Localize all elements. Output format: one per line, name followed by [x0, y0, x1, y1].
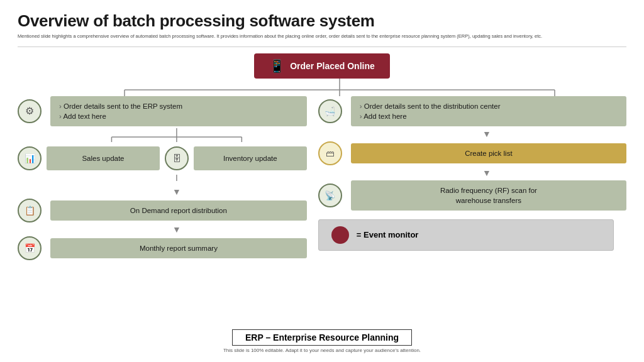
ondemand-box: On Demand report distribution: [50, 200, 307, 221]
sales-icon: 📊: [18, 146, 42, 170]
bottom-note: This slide is 100% editable. Adapt it to…: [223, 348, 421, 353]
branch-svg: [18, 79, 626, 96]
dist-bullet2: Add text here: [360, 111, 618, 121]
inventory-icon: 🗄: [165, 146, 189, 170]
rfscan-icon: 📡: [318, 184, 342, 207]
down-arrow-1: ▼: [47, 187, 307, 196]
ondemand-label: On Demand report distribution: [130, 207, 227, 214]
erp-box: Order details sent to the ERP system Add…: [50, 96, 307, 126]
erp-step: ⚙ Order details sent to the ERP system A…: [18, 96, 307, 126]
dist-box: Order details sent to the distribution c…: [351, 96, 626, 126]
ondemand-step: 📋 On Demand report distribution: [18, 199, 307, 222]
right-column: 🛁 Order details sent to the distribution…: [313, 96, 626, 251]
order-icon: 📱: [269, 58, 285, 74]
arrow-down-svg1: [47, 175, 307, 185]
left-column: ⚙ Order details sent to the ERP system A…: [18, 96, 307, 260]
erp-bullet1: Order details sent to the ERP system: [59, 101, 298, 111]
sales-label: Sales update: [82, 155, 124, 162]
down-arrow-r2: ▼: [347, 168, 626, 177]
rfscan-step: 📡 Radio frequency (RF) scan for warehous…: [318, 180, 626, 211]
down-arrow-2: ▼: [47, 225, 307, 234]
erp-icon: ⚙: [18, 99, 42, 123]
picklist-step: 🗃 Create pick list: [318, 141, 626, 165]
rfscan-box: Radio frequency (RF) scan for warehouse …: [351, 180, 626, 211]
picklist-icon: 🗃: [318, 141, 342, 165]
monthly-label: Monthly report summary: [140, 244, 218, 252]
bottom-section: ERP – Enterprise Resource Planning This …: [18, 329, 626, 353]
event-monitor-label: = Event monitor: [357, 230, 419, 239]
monthly-step: 📅 Monthly report summary: [18, 236, 307, 260]
dist-icon: 🛁: [318, 99, 342, 123]
split-row: 📊 Sales update 🗄 Inventory update: [18, 146, 307, 170]
dist-step: 🛁 Order details sent to the distribution…: [318, 96, 626, 126]
divider: [18, 47, 626, 47]
erp-bullet2: Add text here: [59, 111, 298, 121]
order-placed-label: Order Placed Online: [290, 61, 375, 71]
erp-label: ERP – Enterprise Resource Planning: [232, 329, 412, 346]
event-dot: [331, 226, 349, 244]
dist-bullet1: Order details sent to the distribution c…: [360, 101, 618, 111]
page-title: Overview of batch processing software sy…: [18, 11, 626, 31]
monthly-box: Monthly report summary: [50, 238, 307, 258]
split-connector-svg: [47, 128, 307, 142]
inventory-box: Inventory update: [194, 146, 307, 170]
ondemand-icon: 📋: [18, 199, 42, 222]
down-arrow-r1: ▼: [347, 129, 626, 138]
picklist-box: Create pick list: [351, 143, 626, 163]
page-subtitle: Mentioned slide highlights a comprehensi…: [18, 33, 621, 40]
slide: Overview of batch processing software sy…: [0, 0, 644, 362]
event-monitor-box: = Event monitor: [318, 219, 614, 251]
order-placed-box: 📱 Order Placed Online: [254, 53, 390, 79]
monthly-icon: 📅: [18, 236, 42, 260]
inventory-label: Inventory update: [223, 155, 277, 162]
picklist-label: Create pick list: [465, 150, 512, 157]
sales-box: Sales update: [47, 146, 160, 170]
